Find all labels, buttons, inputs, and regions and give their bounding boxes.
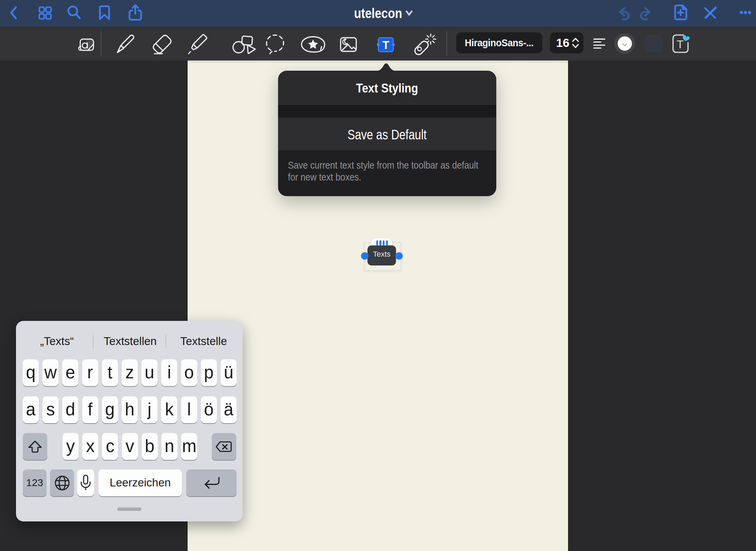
svg-text:T: T (677, 38, 684, 51)
svg-text:T: T (382, 39, 389, 51)
